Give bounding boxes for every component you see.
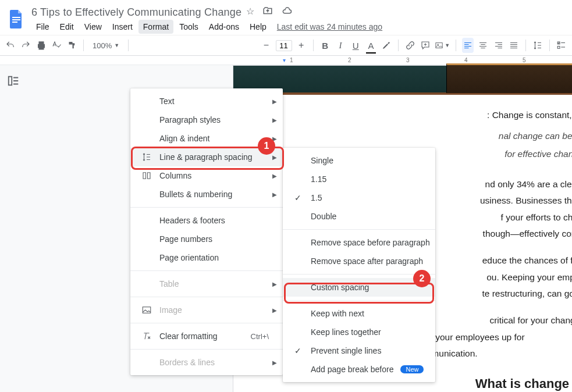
menu-separator <box>130 349 283 350</box>
hero-image <box>233 66 572 95</box>
link-button[interactable] <box>404 38 416 53</box>
chevron-right-icon: ▶ <box>272 154 277 161</box>
spacing-remove-after[interactable]: Remove space after paragraph <box>283 252 435 270</box>
cloud-status-icon[interactable] <box>281 6 293 19</box>
body-line: nal change can be hard, but <box>499 131 572 141</box>
spacing-115[interactable]: 1.15 <box>283 170 435 188</box>
menu-label: Table <box>159 279 179 288</box>
format-page-orientation[interactable]: Page orientation <box>130 248 283 267</box>
spacing-single[interactable]: Single <box>283 151 435 170</box>
move-icon[interactable] <box>262 6 273 19</box>
bold-button[interactable]: B <box>319 38 331 53</box>
comment-button[interactable] <box>420 38 431 53</box>
last-edit-link[interactable]: Last edit was 24 minutes ago <box>277 22 382 31</box>
menu-label: Line & paragraph spacing <box>159 152 253 162</box>
menu-label: Text <box>159 97 175 106</box>
menu-format[interactable]: Format <box>138 20 173 34</box>
spacing-prevent-single[interactable]: ✓Prevent single lines <box>283 341 435 360</box>
redo-button[interactable] <box>20 38 31 53</box>
menu-separator <box>283 229 435 230</box>
menu-insert[interactable]: Insert <box>108 20 137 34</box>
align-center-button[interactable] <box>477 38 489 53</box>
chevron-right-icon: ▶ <box>272 307 277 313</box>
document-title[interactable]: 6 Tips to Effectively Communicating Chan… <box>31 6 241 19</box>
format-page-numbers[interactable]: Page numbers <box>130 230 283 248</box>
chevron-right-icon: ▶ <box>272 191 277 198</box>
line-spacing-button[interactable] <box>532 38 543 53</box>
ruler-tick: 5 <box>523 57 526 63</box>
menu-separator <box>283 300 435 301</box>
menu-label: Remove space before paragraph <box>311 238 430 247</box>
format-bullets[interactable]: Bullets & numbering▶ <box>130 185 283 204</box>
menu-label: Double <box>311 212 336 221</box>
menu-label: Page orientation <box>159 253 219 262</box>
zoom-selector[interactable]: 100% ▼ <box>90 40 122 52</box>
check-icon: ✓ <box>294 346 301 355</box>
format-headers-footers[interactable]: Headers & footers <box>130 211 283 230</box>
menu-separator <box>283 274 435 275</box>
ruler-tick: 2 <box>348 57 351 63</box>
format-table: Table▶ <box>130 275 283 293</box>
underline-button[interactable]: U <box>350 38 361 53</box>
paint-format-button[interactable] <box>66 38 77 53</box>
image-icon <box>141 305 152 315</box>
spacing-keep-next[interactable]: Keep with next <box>283 304 435 323</box>
align-right-button[interactable] <box>492 38 504 53</box>
fontsize-input[interactable] <box>276 40 292 51</box>
menu-separator <box>130 323 283 323</box>
menu-addons[interactable]: Add-ons <box>204 20 244 34</box>
checklist-button[interactable] <box>556 38 567 53</box>
body-line: educe the chances of failure. Th <box>482 255 572 265</box>
align-left-button[interactable] <box>462 38 474 53</box>
text-color-button[interactable]: A <box>365 38 376 53</box>
spacing-keep-together[interactable]: Keep lines together <box>283 323 435 341</box>
chevron-right-icon: ▶ <box>272 117 277 123</box>
clear-format-icon <box>141 331 152 341</box>
spacing-page-break-before[interactable]: Add page break beforeNew <box>283 360 435 379</box>
spellcheck-button[interactable] <box>51 38 62 53</box>
fontsize-value[interactable] <box>278 41 290 50</box>
body-line: te restructuring, can go a long w <box>482 288 572 298</box>
fontsize-increase[interactable]: + <box>296 38 307 53</box>
undo-button[interactable] <box>5 38 16 53</box>
menu-label: Align & indent <box>159 134 209 143</box>
format-columns[interactable]: Columns▶ <box>130 166 283 185</box>
menu-label: Prevent single lines <box>311 346 381 355</box>
menu-help[interactable]: Help <box>245 20 271 34</box>
spacing-15[interactable]: ✓1.5 <box>283 188 435 207</box>
chevron-right-icon: ▶ <box>272 281 277 287</box>
docs-logo-icon <box>6 8 27 29</box>
menu-label: Single <box>311 156 333 165</box>
body-line: ou. Keeping your employees in <box>486 272 572 282</box>
menu-edit[interactable]: Edit <box>55 20 79 34</box>
format-text[interactable]: Text▶ <box>130 92 283 111</box>
fontsize-decrease[interactable]: − <box>260 38 272 53</box>
spacing-custom[interactable]: Custom spacing <box>283 278 435 297</box>
body-line: usiness. Businesses thrive when <box>480 195 572 205</box>
outline-toggle-button[interactable] <box>5 72 22 90</box>
docs-logo[interactable] <box>5 7 28 30</box>
print-button[interactable] <box>35 38 47 53</box>
indent-marker-icon[interactable]: ▾ <box>283 57 286 63</box>
menu-tools[interactable]: Tools <box>175 20 203 34</box>
menu-label: Page numbers <box>159 234 212 244</box>
menu-label: Bullets & numbering <box>159 190 232 199</box>
ruler-tick: 4 <box>464 57 468 63</box>
chevron-right-icon: ▶ <box>272 98 277 105</box>
body-line: though—effectively communicat <box>483 229 572 238</box>
menu-separator <box>130 207 283 208</box>
format-clear[interactable]: Clear formattingCtrl+\ <box>130 327 283 345</box>
image-button[interactable]: ▼ <box>435 38 450 53</box>
spacing-double[interactable]: Double <box>283 207 435 226</box>
menu-label: 1.5 <box>311 193 322 202</box>
menu-file[interactable]: File <box>31 20 54 34</box>
align-justify-button[interactable] <box>508 38 520 53</box>
format-dropdown: Text▶ Paragraph styles▶ Align & indent▶ … <box>130 88 283 375</box>
highlight-button[interactable] <box>381 38 392 53</box>
spacing-remove-before[interactable]: Remove space before paragraph <box>283 233 435 252</box>
menu-view[interactable]: View <box>80 20 106 34</box>
svg-rect-7 <box>9 77 12 85</box>
star-icon[interactable]: ☆ <box>246 6 254 19</box>
italic-button[interactable]: I <box>335 38 346 53</box>
format-paragraph-styles[interactable]: Paragraph styles▶ <box>130 111 283 129</box>
